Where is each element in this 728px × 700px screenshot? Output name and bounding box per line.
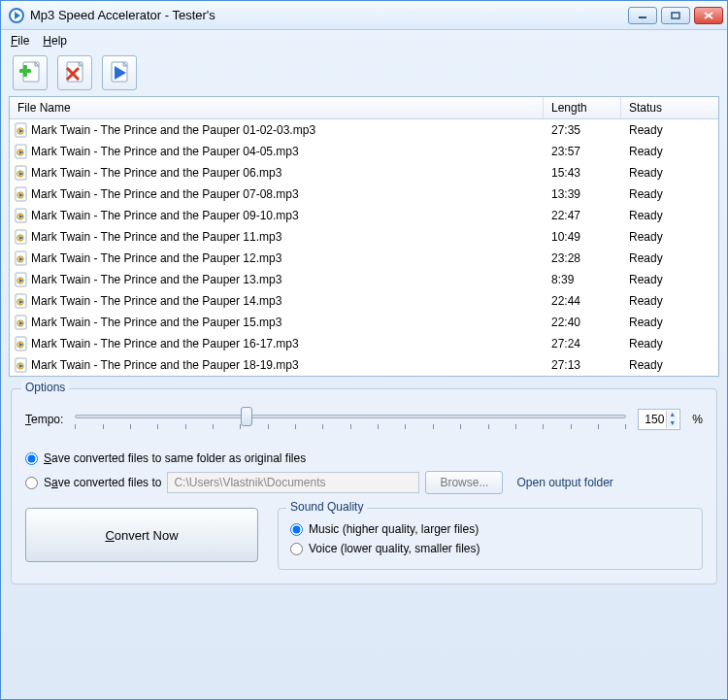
options-label: Options: [21, 381, 69, 394]
convert-now-button[interactable]: Convert Now: [25, 508, 258, 562]
save-same-label: Save converted files to same folder as o…: [44, 451, 306, 465]
svg-rect-3: [672, 13, 679, 18]
spin-down-icon[interactable]: ▼: [666, 419, 678, 428]
file-icon: [10, 144, 29, 159]
file-list: File Name Length Status Mark Twain - The…: [9, 96, 719, 377]
add-file-button[interactable]: [13, 55, 48, 90]
file-status: Ready: [621, 337, 718, 350]
table-row[interactable]: Mark Twain - The Prince and the Pauper 0…: [10, 141, 718, 162]
spin-up-icon[interactable]: ▲: [666, 411, 678, 419]
file-name: Mark Twain - The Prince and the Pauper 1…: [29, 337, 544, 350]
table-row[interactable]: Mark Twain - The Prince and the Pauper 1…: [10, 269, 718, 290]
main-window: Mp3 Speed Accelerator - Tester's File He…: [0, 0, 728, 700]
file-name: Mark Twain - The Prince and the Pauper 1…: [29, 230, 544, 244]
file-status: Ready: [621, 166, 718, 180]
file-name: Mark Twain - The Prince and the Pauper 0…: [29, 187, 544, 201]
sound-quality-label: Sound Quality: [286, 500, 367, 514]
file-status: Ready: [621, 123, 718, 137]
file-length: 22:47: [544, 209, 621, 222]
col-header-length[interactable]: Length: [544, 97, 621, 118]
file-icon: [10, 229, 29, 245]
file-status: Ready: [621, 294, 718, 308]
file-icon: [10, 165, 29, 181]
file-name: Mark Twain - The Prince and the Pauper 1…: [29, 358, 544, 372]
slider-thumb-icon[interactable]: [241, 407, 252, 426]
file-icon: [10, 250, 29, 266]
file-name: Mark Twain - The Prince and the Pauper 1…: [29, 294, 544, 308]
remove-file-button[interactable]: [57, 55, 92, 90]
open-output-folder-link[interactable]: Open output folder: [516, 476, 612, 489]
file-status: Ready: [621, 230, 718, 244]
file-length: 22:40: [544, 316, 621, 329]
table-row[interactable]: Mark Twain - The Prince and the Pauper 0…: [10, 205, 718, 226]
svg-rect-8: [23, 65, 27, 77]
menu-file[interactable]: File: [11, 34, 29, 48]
menu-help[interactable]: Help: [43, 34, 67, 48]
table-row[interactable]: Mark Twain - The Prince and the Pauper 1…: [10, 312, 718, 333]
table-row[interactable]: Mark Twain - The Prince and the Pauper 1…: [10, 248, 718, 269]
sound-music-radio[interactable]: [290, 523, 303, 536]
table-row[interactable]: Mark Twain - The Prince and the Pauper 1…: [10, 290, 718, 312]
table-row[interactable]: Mark Twain - The Prince and the Pauper 0…: [10, 119, 718, 141]
file-status: Ready: [621, 251, 718, 265]
table-row[interactable]: Mark Twain - The Prince and the Pauper 1…: [10, 354, 718, 376]
save-path-input[interactable]: [167, 472, 419, 493]
sound-quality-group: Sound Quality Music (higher quality, lar…: [278, 508, 703, 570]
file-status: Ready: [621, 209, 718, 222]
tempo-slider[interactable]: [75, 405, 626, 434]
window-title: Mp3 Speed Accelerator - Tester's: [30, 8, 628, 22]
toolbar: [1, 51, 727, 96]
file-length: 27:35: [544, 123, 621, 137]
close-button[interactable]: [694, 7, 723, 24]
file-status: Ready: [621, 273, 718, 286]
file-length: 22:44: [544, 294, 621, 308]
sound-music-label: Music (higher quality, larger files): [309, 522, 479, 536]
save-to-radio[interactable]: [25, 477, 38, 489]
file-length: 27:13: [544, 358, 621, 372]
file-name: Mark Twain - The Prince and the Pauper 1…: [29, 273, 544, 286]
save-same-radio[interactable]: [25, 452, 38, 465]
file-icon: [10, 357, 29, 373]
file-status: Ready: [621, 145, 718, 158]
file-icon: [10, 272, 29, 287]
sound-voice-radio[interactable]: [290, 543, 303, 555]
options-group: Options Tempo: ▲ ▼ % Save converted file…: [11, 388, 717, 584]
col-header-status[interactable]: Status: [621, 97, 718, 118]
app-icon: [9, 8, 24, 23]
file-name: Mark Twain - The Prince and the Pauper 0…: [29, 209, 544, 222]
file-icon: [10, 186, 29, 202]
file-icon: [10, 336, 29, 351]
file-length: 15:43: [544, 166, 621, 180]
play-button[interactable]: [102, 55, 137, 90]
save-to-label: Save converted files to: [44, 476, 161, 489]
tempo-value-spin[interactable]: ▲ ▼: [638, 409, 680, 430]
table-row[interactable]: Mark Twain - The Prince and the Pauper 1…: [10, 333, 718, 354]
file-length: 13:39: [544, 187, 621, 201]
tempo-label: Tempo:: [25, 413, 63, 426]
table-row[interactable]: Mark Twain - The Prince and the Pauper 0…: [10, 162, 718, 183]
svg-rect-2: [639, 17, 646, 18]
file-icon: [10, 208, 29, 223]
file-length: 10:49: [544, 230, 621, 244]
file-status: Ready: [621, 358, 718, 372]
table-row[interactable]: Mark Twain - The Prince and the Pauper 1…: [10, 226, 718, 248]
file-icon: [10, 122, 29, 138]
minimize-button[interactable]: [628, 7, 657, 24]
tempo-value-input[interactable]: [639, 413, 666, 426]
titlebar[interactable]: Mp3 Speed Accelerator - Tester's: [1, 1, 727, 30]
maximize-button[interactable]: [661, 7, 690, 24]
menubar: File Help: [1, 30, 727, 51]
browse-button[interactable]: Browse...: [425, 471, 503, 494]
file-length: 27:24: [544, 337, 621, 350]
file-name: Mark Twain - The Prince and the Pauper 0…: [29, 145, 544, 158]
file-icon: [10, 293, 29, 309]
file-name: Mark Twain - The Prince and the Pauper 1…: [29, 251, 544, 265]
table-row[interactable]: Mark Twain - The Prince and the Pauper 0…: [10, 183, 718, 205]
file-length: 23:57: [544, 145, 621, 158]
sound-voice-label: Voice (lower quality, smaller files): [309, 542, 480, 555]
list-header: File Name Length Status: [10, 97, 718, 119]
tempo-unit: %: [692, 413, 703, 426]
file-icon: [10, 315, 29, 330]
file-name: Mark Twain - The Prince and the Pauper 0…: [29, 166, 544, 180]
col-header-name[interactable]: File Name: [10, 97, 544, 118]
